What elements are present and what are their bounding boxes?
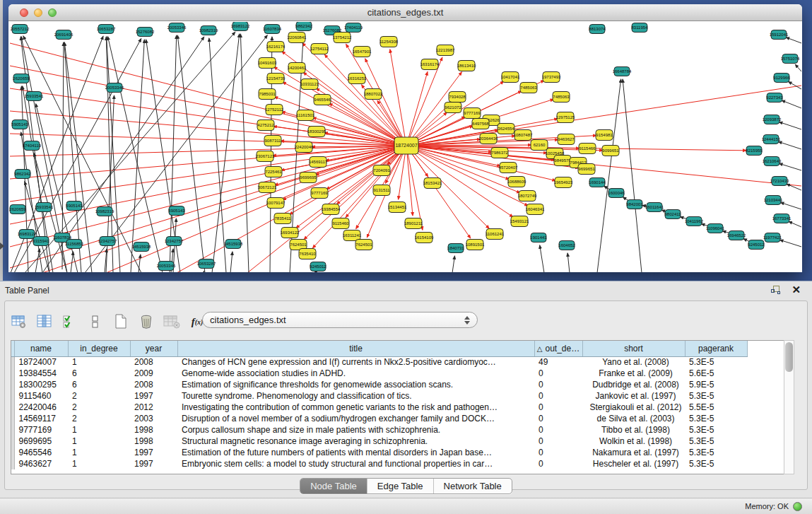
- table-cell[interactable]: 19384554: [14, 368, 68, 379]
- column-header-pagerank[interactable]: pagerank: [685, 341, 747, 356]
- show-columns-icon[interactable]: [36, 314, 53, 329]
- table-cell[interactable]: Investigating the contribution of common…: [177, 402, 534, 413]
- tab-edge-table[interactable]: Edge Table: [367, 479, 434, 493]
- table-row[interactable]: 2242004622012Investigating the contribut…: [11, 402, 747, 413]
- column-header-name[interactable]: name: [14, 341, 68, 356]
- table-cell[interactable]: 5.5E-5: [685, 402, 747, 413]
- table-cell[interactable]: Tibbo et al. (1998): [582, 424, 685, 436]
- graph-edge[interactable]: [10, 146, 406, 224]
- graph-edge[interactable]: [273, 67, 406, 146]
- table-cell[interactable]: 18724007: [14, 356, 68, 368]
- graph-edge[interactable]: [106, 146, 406, 272]
- table-cell[interactable]: Estimation of the future numbers of pati…: [177, 447, 534, 458]
- graph-edge[interactable]: [567, 253, 570, 272]
- table-cell[interactable]: 1: [68, 436, 130, 447]
- column-header-year[interactable]: year: [130, 341, 177, 356]
- table-cell[interactable]: 5.3E-5: [685, 413, 747, 424]
- table-cell[interactable]: Structural magnetic resonance image aver…: [177, 436, 534, 447]
- table-cell[interactable]: de Silva et al. (2003): [582, 413, 685, 424]
- graph-edge[interactable]: [406, 72, 428, 146]
- column-header-in-degree[interactable]: in_degree: [68, 341, 130, 356]
- table-cell[interactable]: 5.6E-5: [685, 368, 747, 379]
- table-cell[interactable]: 9699695: [14, 436, 68, 447]
- table-cell[interactable]: 0: [534, 447, 582, 458]
- graph-edge[interactable]: [107, 37, 163, 272]
- scrollbar-thumb[interactable]: [785, 342, 793, 372]
- table-cell[interactable]: 5.3E-5: [685, 447, 747, 458]
- table-cell[interactable]: 1998: [130, 436, 177, 447]
- table-cell[interactable]: Dudbridge et al. (2008): [582, 379, 685, 390]
- table-cell[interactable]: Genome-wide association studies in ADHD.: [177, 368, 534, 379]
- table-row[interactable]: 1938455462009Genome-wide association stu…: [11, 368, 747, 379]
- graph-edge[interactable]: [786, 37, 801, 43]
- table-cell[interactable]: 0: [534, 402, 582, 413]
- table-cell[interactable]: Embryonic stem cells: a model to study s…: [177, 458, 534, 469]
- table-cell[interactable]: 9115460: [14, 390, 68, 402]
- table-cell[interactable]: 1997: [130, 390, 177, 402]
- graph-edge[interactable]: [131, 40, 144, 272]
- table-cell[interactable]: 5.3E-5: [685, 424, 747, 436]
- graph-edge[interactable]: [406, 146, 528, 206]
- table-cell[interactable]: Disruption of a novel member of a sodium…: [177, 413, 534, 424]
- table-cell[interactable]: 1: [68, 424, 130, 436]
- table-cell[interactable]: 9777169: [14, 424, 68, 436]
- graph-edge[interactable]: [406, 146, 423, 230]
- close-panel-icon[interactable]: ✕: [792, 284, 801, 296]
- table-cell[interactable]: 5.9E-5: [685, 379, 747, 390]
- panel-collapse-arrow-icon[interactable]: [0, 243, 4, 250]
- graph-edge[interactable]: [209, 38, 226, 272]
- table-row[interactable]: 1872400712008Changes of HCN gene express…: [11, 356, 747, 368]
- tab-node-table[interactable]: Node Table: [300, 479, 367, 493]
- table-cell[interactable]: 1: [68, 356, 130, 368]
- table-cell[interactable]: 49: [534, 356, 582, 368]
- table-cell[interactable]: 5.3E-5: [685, 458, 747, 469]
- table-cell[interactable]: 2: [68, 402, 130, 413]
- graph-edge[interactable]: [406, 146, 413, 216]
- table-cell[interactable]: 0: [534, 390, 582, 402]
- graph-edge[interactable]: [406, 146, 489, 228]
- table-cell[interactable]: Yano et al. (2008): [582, 356, 685, 368]
- graph-edge[interactable]: [779, 122, 801, 129]
- table-cell[interactable]: 9465546: [14, 447, 68, 458]
- table-cell[interactable]: 1997: [130, 458, 177, 469]
- graph-edge[interactable]: [406, 146, 555, 180]
- table-row[interactable]: 946362711997Embryonic stem cells: a mode…: [11, 458, 747, 469]
- table-cell[interactable]: 0: [534, 368, 582, 379]
- new-file-icon[interactable]: [112, 314, 129, 329]
- table-cell[interactable]: 0: [534, 424, 582, 436]
- unselect-all-columns-icon[interactable]: [87, 314, 104, 329]
- graph-edge[interactable]: [204, 271, 204, 272]
- column-header-title[interactable]: title: [177, 341, 534, 356]
- graph-edge[interactable]: [452, 256, 454, 272]
- table-cell[interactable]: 2008: [130, 379, 177, 390]
- graph-edge[interactable]: [789, 81, 801, 89]
- table-cell[interactable]: 2008: [130, 356, 177, 368]
- table-cell[interactable]: 1998: [130, 424, 177, 436]
- graph-edge[interactable]: [10, 43, 406, 146]
- table-cell[interactable]: Nakamura et al. (1997): [582, 447, 685, 458]
- table-cell[interactable]: 2: [68, 413, 130, 424]
- table-cell[interactable]: 2: [68, 390, 130, 402]
- graph-edge[interactable]: [10, 134, 406, 146]
- graph-edge[interactable]: [540, 245, 544, 272]
- table-cell[interactable]: Estimation of significance thresholds fo…: [177, 379, 534, 390]
- table-cell[interactable]: Hescheler et al. (1997): [582, 458, 685, 469]
- table-cell[interactable]: 22420046: [14, 402, 68, 413]
- float-panel-icon[interactable]: [771, 286, 781, 296]
- column-header-out-degree[interactable]: △out_de…: [534, 341, 582, 356]
- table-row[interactable]: 1830029562008Estimation of significance …: [11, 379, 747, 390]
- graph-edge[interactable]: [406, 57, 442, 146]
- tab-network-table[interactable]: Network Table: [434, 479, 512, 493]
- table-scrollbar[interactable]: [784, 340, 794, 474]
- graph-edge[interactable]: [177, 146, 406, 272]
- table-select-dropdown[interactable]: citations_edges.txt: [202, 312, 478, 328]
- table-cell[interactable]: 5.3E-5: [685, 390, 747, 402]
- table-row[interactable]: 969969511998Structural magnetic resonanc…: [11, 436, 747, 447]
- table-cell[interactable]: 2012: [130, 402, 177, 413]
- graph-edge[interactable]: [779, 163, 801, 170]
- table-row[interactable]: 977716911998Corpus callosum shape and si…: [11, 424, 747, 436]
- network-window-titlebar[interactable]: citations_edges.txt: [8, 4, 802, 21]
- table-cell[interactable]: 6: [68, 379, 130, 390]
- table-cell[interactable]: 14569117: [14, 413, 68, 424]
- table-cell[interactable]: 9463627: [14, 458, 68, 469]
